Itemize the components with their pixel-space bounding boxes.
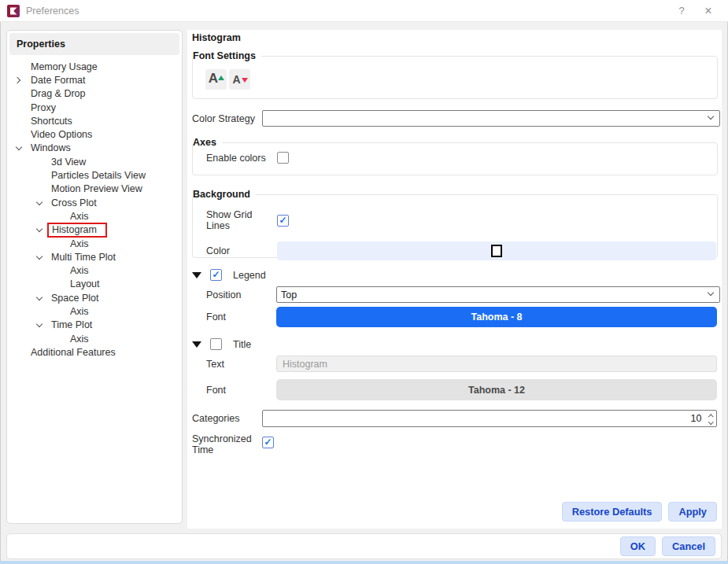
legend-expander-icon[interactable] [192,272,201,278]
chevron-down-icon[interactable] [16,144,22,150]
tree-item-label: Axis [70,238,89,249]
tree-item-axis[interactable]: Axis [7,304,182,318]
tree-item-3d-view[interactable]: 3d View [7,155,182,168]
tree-item-label: Layout [70,278,100,289]
tree-item-label: Particles Details View [51,170,146,181]
tree-item-proxy[interactable]: Proxy [7,101,182,114]
title-text-input[interactable]: Histogram [276,356,717,372]
tree-item-particles-details-view[interactable]: Particles Details View [7,168,182,182]
position-label: Position [206,289,276,300]
font-increase-button[interactable]: A [205,69,227,90]
categories-label: Categories [192,413,262,424]
tree-item-axis[interactable]: Axis [7,209,182,223]
title-expander-icon[interactable] [192,341,201,348]
tree-item-label: Axis [70,211,89,222]
chevron-right-icon[interactable] [14,77,20,83]
show-grid-lines-checkbox[interactable] [277,215,289,227]
tree-item-shortcuts[interactable]: Shortcuts [7,114,182,127]
position-select[interactable]: Top [276,286,720,303]
enable-colors-checkbox[interactable] [277,152,289,164]
tree-item-label: Additional Features [31,347,116,358]
cancel-button[interactable]: Cancel [662,536,715,556]
color-strategy-label: Color Strategy [192,113,262,124]
tree-item-label: Space Plot [51,293,98,304]
tree-item-cross-plot[interactable]: Cross Plot [7,196,182,209]
tree-item-axis[interactable]: Axis [7,237,182,250]
axes-group: Axes Enable colors [192,137,718,175]
tree-item-label: Axis [70,265,89,276]
tree-item-time-plot[interactable]: Time Plot [7,319,182,332]
tree-item-label-highlighted: Histogram [47,223,107,238]
font-increase-label: A [209,71,218,87]
background-color-picker-button[interactable] [491,245,502,257]
tree-item-label: Date Format [31,75,85,86]
background-color-label: Color [206,245,277,256]
tree-item-histogram[interactable]: Histogram [7,223,182,237]
window-bottom-accent [0,561,728,564]
title-checkbox[interactable] [210,338,222,350]
font-decrease-button[interactable]: A [229,69,250,90]
chevron-down-icon [708,289,714,296]
tree-item-label: Axis [70,306,89,317]
tree-item-layout[interactable]: Layout [7,278,182,291]
font-settings-group: Font Settings A A [192,50,718,99]
categories-stepper[interactable]: 10 [262,410,717,427]
tree-item-label: Memory Usage [31,61,98,72]
tree-item-label: 3d View [51,157,86,168]
tree-item-date-format[interactable]: Date Format [7,73,182,87]
close-icon[interactable]: × [695,4,722,18]
categories-value: 10 [691,413,702,424]
tree-item-label: Video Options [31,129,92,140]
chevron-down-icon[interactable] [36,226,42,232]
background-color-swatch[interactable] [277,241,716,260]
properties-sidebar: Properties Memory UsageDate FormatDrag &… [6,30,183,524]
legend-section-label: Legend [233,270,266,281]
legend-font-button[interactable]: Tahoma - 8 [276,307,717,327]
app-logo-icon [7,5,20,17]
titlebar: Preferences ? × [0,0,728,22]
tree-item-axis[interactable]: Axis [7,332,182,345]
tree-item-additional-features[interactable]: Additional Features [7,345,182,359]
chevron-down-icon[interactable] [36,293,42,300]
tree-item-drag-drop[interactable]: Drag & Drop [7,87,182,101]
tree-item-axis[interactable]: Axis [7,264,182,277]
sidebar-header: Properties [9,33,179,55]
tree-item-windows[interactable]: Windows [7,142,182,155]
tree-item-memory-usage[interactable]: Memory Usage [7,60,182,73]
tree-item-label: Cross Plot [51,197,97,208]
title-font-button[interactable]: Tahoma - 12 [276,379,717,400]
tree-item-space-plot[interactable]: Space Plot [7,291,182,304]
legend-font-label: Font [206,311,276,323]
tree-item-motion-preview-view[interactable]: Motion Preview View [7,182,182,196]
tree-item-label: Drag & Drop [31,88,85,99]
tree-item-label: Motion Preview View [51,183,142,194]
title-section-label: Title [233,339,251,350]
background-group: Background Show Grid Lines Color [192,189,718,258]
legend-checkbox[interactable] [210,269,222,281]
chevron-down-icon[interactable] [36,321,42,327]
properties-tree: Memory UsageDate FormatDrag & DropProxyS… [7,57,182,359]
show-grid-lines-label: Show Grid Lines [206,209,277,231]
restore-defaults-button[interactable]: Restore Defaults [562,502,663,522]
tree-item-label: Proxy [31,102,56,113]
background-legend: Background [193,189,256,200]
ok-button[interactable]: OK [620,536,656,556]
tree-item-label: Axis [70,334,89,345]
tree-item-label: Shortcuts [31,116,72,127]
font-decrease-icon [242,78,248,83]
tree-item-multi-time-plot[interactable]: Multi Time Plot [7,250,182,264]
axes-legend: Axes [193,137,222,148]
font-decrease-label: A [232,73,240,86]
spin-down-icon[interactable] [708,419,713,424]
tree-item-video-options[interactable]: Video Options [7,127,182,141]
title-text-label: Text [206,359,276,370]
apply-button[interactable]: Apply [668,502,717,522]
tree-item-label: Multi Time Plot [51,252,116,263]
help-icon[interactable]: ? [668,5,695,17]
chevron-down-icon[interactable] [36,198,42,205]
chevron-down-icon[interactable] [36,253,42,260]
color-strategy-select[interactable] [262,110,720,127]
dialog-footer: OK Cancel [6,533,722,559]
position-value: Top [281,289,297,300]
synchronized-time-checkbox[interactable] [262,437,274,448]
